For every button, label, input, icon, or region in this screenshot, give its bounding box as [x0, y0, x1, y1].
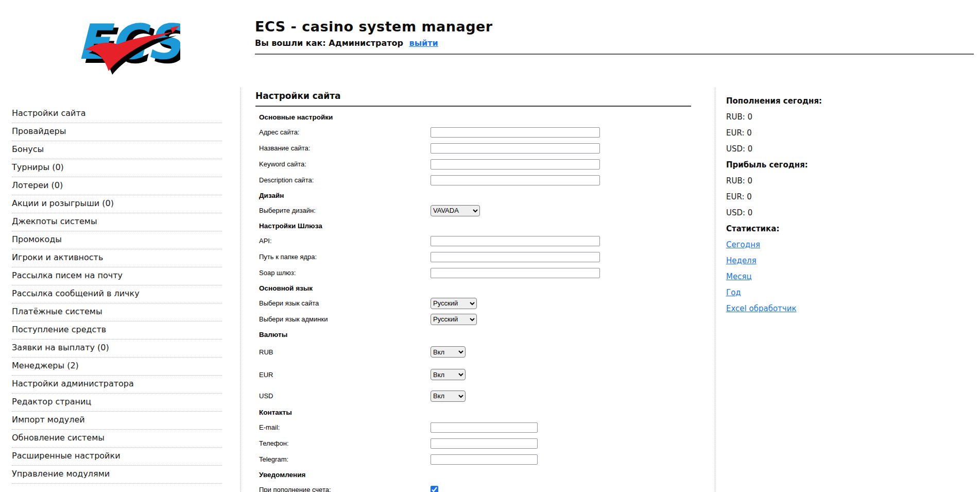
sidebar-item-tournaments[interactable]: Турниры (0)	[12, 159, 222, 177]
sidebar-item-providers[interactable]: Провайдеры	[12, 123, 222, 141]
logout-link[interactable]: выйти	[409, 38, 438, 48]
sidebar-item-advanced-settings[interactable]: Расширенные настройки	[12, 448, 222, 466]
design-select[interactable]: VAVADA	[431, 205, 480, 216]
site-settings-panel: Настройки сайта Основные настройки Адрес…	[240, 88, 715, 492]
sidebar-item-email-mailing[interactable]: Рассылка писем на почту	[12, 267, 222, 285]
usd-label: USD	[259, 392, 431, 400]
stats-panel: Пополнения сегодня: RUB: 0 EUR: 0 USD: 0…	[715, 88, 980, 492]
sidebar-item-payment-systems[interactable]: Платёжные системы	[12, 303, 222, 321]
email-label: E-mail:	[259, 423, 431, 431]
rub-label: RUB	[259, 348, 431, 356]
phone-row: Телефон:	[259, 435, 691, 451]
design-label: Выберите дизайн:	[259, 207, 431, 214]
usd-select[interactable]: Вкл	[431, 391, 466, 402]
sidebar-item-module-management[interactable]: Управление модулями	[12, 466, 222, 484]
sidebar-item-promocodes[interactable]: Промокоды	[12, 231, 222, 249]
header: ECS ECS ECS - casino system manager Вы в…	[0, 0, 980, 88]
api-label: API:	[259, 237, 431, 245]
sidebar-item-bonuses[interactable]: Бонусы	[12, 141, 222, 159]
site-address-label: Адрес сайта:	[259, 128, 431, 136]
description-input[interactable]	[431, 175, 600, 185]
sidebar-item-promotions[interactable]: Акции и розыгрыши (0)	[12, 195, 222, 213]
telegram-input[interactable]	[431, 454, 538, 465]
stats-link-year[interactable]: Год	[726, 288, 741, 297]
site-language-select[interactable]: Русский	[431, 298, 477, 309]
login-prefix: Вы вошли как: Администратор	[255, 38, 403, 48]
section-design: Дизайн	[259, 188, 691, 202]
deposits-eur-value: EUR: 0	[726, 125, 980, 141]
core-path-row: Путь к папке ядра:	[259, 249, 691, 265]
site-language-label: Выбери язык сайта	[259, 299, 431, 307]
site-address-input[interactable]	[431, 127, 600, 138]
sidebar-item-site-settings[interactable]: Настройки сайта	[12, 105, 222, 123]
deposits-usd-value: USD: 0	[726, 141, 980, 157]
sidebar-nav: Настройки сайта Провайдеры Бонусы Турнир…	[0, 88, 240, 492]
profit-eur-value: EUR: 0	[726, 189, 980, 205]
profit-today-title: Прибыль сегодня:	[726, 157, 980, 173]
telegram-row: Telegram:	[259, 451, 691, 467]
section-notifications: Уведомления	[259, 467, 691, 482]
ecs-logo-image: ECS ECS	[70, 6, 180, 79]
eur-row: EUR Вкл	[259, 362, 691, 387]
usd-row: USD Вкл	[259, 387, 691, 405]
sidebar-item-incoming-funds[interactable]: Поступление средств	[12, 321, 222, 340]
sidebar-item-players-activity[interactable]: Игроки и активность	[12, 249, 222, 267]
header-text: ECS - casino system manager Вы вошли как…	[255, 19, 974, 55]
api-row: API:	[259, 233, 691, 249]
site-language-row: Выбери язык сайта Русский	[259, 295, 691, 311]
rub-select[interactable]: Вкл	[431, 346, 466, 358]
site-name-label: Название сайта:	[259, 144, 431, 152]
stats-link-excel[interactable]: Excel обработчик	[726, 304, 796, 313]
description-row: Description сайта:	[259, 172, 691, 188]
section-gateway: Настройки Шлюза	[259, 218, 691, 233]
eur-select[interactable]: Вкл	[431, 369, 466, 380]
profit-rub-value: RUB: 0	[726, 173, 980, 189]
keyword-row: Keyword сайта:	[259, 156, 691, 172]
soap-gateway-input[interactable]	[431, 268, 600, 278]
deposits-today-title: Пополнения сегодня:	[726, 93, 980, 109]
sidebar-item-page-editor[interactable]: Редактор страниц	[12, 394, 222, 412]
stats-link-today[interactable]: Сегодня	[726, 240, 760, 249]
statistics-title: Статистика:	[726, 220, 980, 236]
soap-row: Soap шлюз:	[259, 265, 691, 281]
telegram-label: Telegram:	[259, 455, 431, 463]
sidebar-item-payout-requests[interactable]: Заявки на выплату (0)	[12, 340, 222, 358]
design-row: Выберите дизайн: VAVADA	[259, 202, 691, 218]
sidebar-item-admin-settings[interactable]: Настройки администратора	[12, 376, 222, 394]
keyword-input[interactable]	[431, 159, 600, 169]
section-basic-settings: Основные настройки	[259, 110, 691, 124]
api-input[interactable]	[431, 236, 600, 246]
ecs-logo: ECS ECS	[70, 6, 180, 79]
core-path-label: Путь к папке ядра:	[259, 253, 431, 261]
stats-link-month[interactable]: Месяц	[726, 272, 752, 281]
phone-input[interactable]	[431, 438, 538, 449]
sidebar-item-module-import[interactable]: Импорт модулей	[12, 412, 222, 430]
site-settings-form: Основные настройки Адрес сайта: Название…	[255, 110, 691, 492]
deposits-rub-value: RUB: 0	[726, 109, 980, 125]
admin-language-select[interactable]: Русский	[431, 314, 477, 325]
site-address-row: Адрес сайта:	[259, 124, 691, 140]
section-currencies: Валюты	[259, 327, 691, 342]
sidebar-item-pm-mailing[interactable]: Рассылка сообщений в личку	[12, 285, 222, 303]
stats-link-week[interactable]: Неделя	[726, 256, 757, 265]
soap-label: Soap шлюз:	[259, 269, 431, 277]
sidebar-item-jackpots[interactable]: Джекпоты системы	[12, 213, 222, 231]
sidebar-item-system-update[interactable]: Обновление системы	[12, 430, 222, 448]
email-input[interactable]	[431, 422, 538, 433]
site-name-input[interactable]	[431, 143, 600, 154]
page-title: ECS - casino system manager	[255, 19, 974, 35]
section-language: Основной язык	[259, 281, 691, 295]
keyword-label: Keyword сайта:	[259, 160, 431, 168]
content-columns: Настройки сайта Провайдеры Бонусы Турнир…	[0, 88, 980, 492]
profit-usd-value: USD: 0	[726, 205, 980, 220]
deposit-notification-row: При пополнение счета:	[259, 482, 691, 492]
phone-label: Телефон:	[259, 439, 431, 447]
core-path-input[interactable]	[431, 252, 600, 262]
deposit-notification-checkbox[interactable]	[431, 486, 438, 492]
eur-label: EUR	[259, 371, 431, 379]
sidebar-item-lotteries[interactable]: Лотереи (0)	[12, 177, 222, 195]
description-label: Description сайта:	[259, 176, 431, 184]
admin-language-label: Выбери язык админки	[259, 315, 431, 323]
sidebar-item-managers[interactable]: Менеджеры (2)	[12, 358, 222, 376]
rub-row: RUB Вкл	[259, 342, 691, 362]
